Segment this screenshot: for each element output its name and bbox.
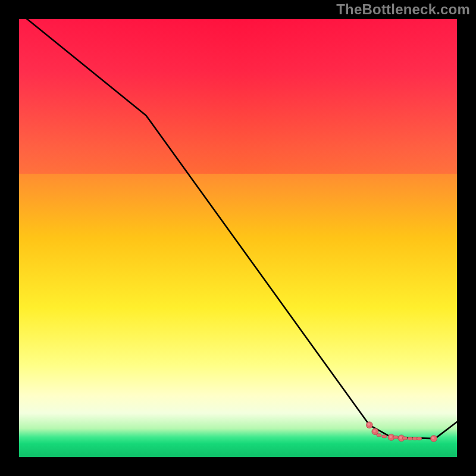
marker-dot-highlight: [432, 437, 434, 439]
plot-area: [19, 19, 457, 457]
chart-frame: TheBottleneck.com: [0, 0, 476, 476]
marker-dash: [412, 437, 417, 440]
marker-dash: [417, 437, 422, 440]
marker-dash: [393, 436, 398, 439]
marker-dash: [382, 435, 387, 438]
gradient-top-tint: [19, 19, 457, 174]
marker-dash: [402, 437, 407, 440]
marker-dot-highlight: [399, 436, 402, 439]
chart-svg: [19, 19, 457, 457]
marker-dot-highlight: [373, 430, 375, 432]
marker-dot-highlight: [389, 436, 392, 438]
marker-dash: [377, 434, 381, 437]
watermark-text: TheBottleneck.com: [336, 1, 470, 18]
marker-dash: [408, 437, 412, 440]
marker-dot-highlight: [368, 423, 370, 425]
